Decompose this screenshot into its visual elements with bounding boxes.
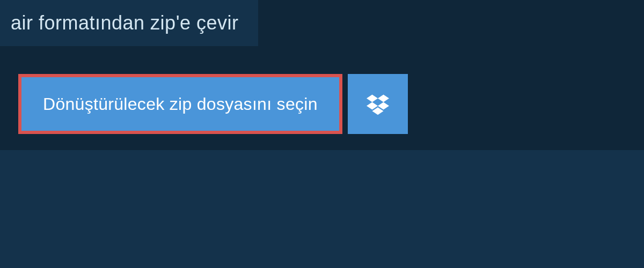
select-file-button-label: Dönüştürülecek zip dosyasını seçin: [43, 94, 318, 114]
select-file-button[interactable]: Dönüştürülecek zip dosyasını seçin: [18, 74, 342, 134]
action-row: Dönüştürülecek zip dosyasını seçin: [18, 74, 408, 134]
converter-panel: air formatından zip'e çevir Dönüştürülec…: [0, 0, 644, 150]
page-title: air formatından zip'e çevir: [0, 0, 258, 46]
dropbox-button[interactable]: [348, 74, 408, 134]
dropbox-icon: [367, 93, 389, 115]
